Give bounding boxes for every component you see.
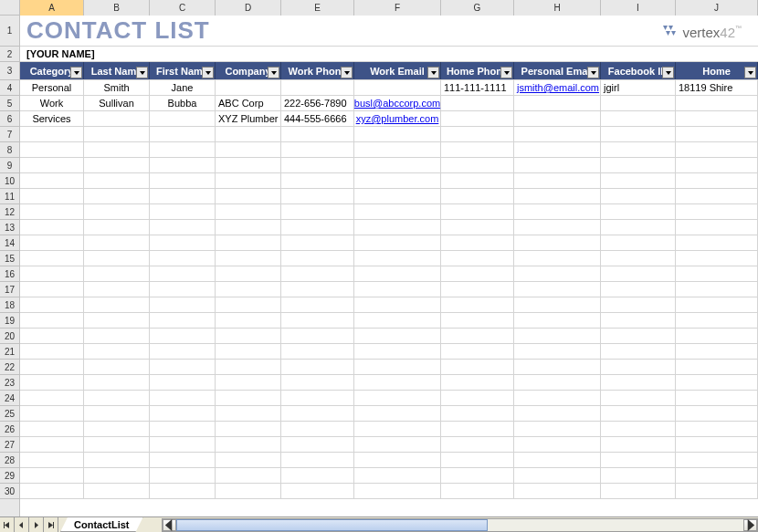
cell-empty[interactable] bbox=[84, 468, 150, 483]
cells-area[interactable]: CONTACT LIST vertex42™ [YOUR NAME] Categ… bbox=[20, 16, 758, 516]
cell-empty[interactable] bbox=[84, 251, 150, 266]
row-number[interactable]: 17 bbox=[0, 282, 19, 297]
cell-empty[interactable] bbox=[20, 235, 84, 250]
cell-empty[interactable] bbox=[20, 437, 84, 452]
cell-empty[interactable] bbox=[20, 127, 84, 141]
cell-personal_email[interactable] bbox=[514, 111, 601, 126]
cell-empty[interactable] bbox=[84, 204, 150, 219]
cell-home_phone[interactable]: 111-111-1111 bbox=[441, 80, 514, 95]
cell-home_phone[interactable] bbox=[441, 111, 514, 126]
cell-work_phone[interactable]: 222-656-7890 bbox=[281, 96, 354, 110]
cell-empty[interactable] bbox=[514, 344, 601, 359]
cell-empty[interactable] bbox=[441, 235, 514, 250]
cell-empty[interactable] bbox=[216, 220, 281, 235]
row-number[interactable]: 14 bbox=[0, 235, 19, 251]
cell-empty[interactable] bbox=[676, 360, 758, 374]
row-number[interactable]: 1 bbox=[0, 16, 19, 47]
cell-empty[interactable] bbox=[84, 484, 150, 498]
cell-company[interactable]: XYZ Plumber bbox=[216, 111, 281, 126]
cell-empty[interactable] bbox=[514, 313, 601, 328]
cell-empty[interactable] bbox=[441, 142, 514, 157]
cell-empty[interactable] bbox=[676, 251, 758, 266]
header-company[interactable]: Company bbox=[216, 62, 281, 79]
cell-empty[interactable] bbox=[20, 375, 84, 390]
cell-empty[interactable] bbox=[514, 391, 601, 405]
cell-empty[interactable] bbox=[601, 235, 676, 250]
cell-empty[interactable] bbox=[676, 406, 758, 421]
cell-empty[interactable] bbox=[601, 220, 676, 235]
cell-empty[interactable] bbox=[601, 282, 676, 297]
cell-empty[interactable] bbox=[514, 142, 601, 157]
cell-empty[interactable] bbox=[84, 344, 150, 359]
cell-empty[interactable] bbox=[281, 189, 354, 203]
cell-empty[interactable] bbox=[441, 360, 514, 374]
cell-empty[interactable] bbox=[514, 235, 601, 250]
cell-empty[interactable] bbox=[20, 220, 84, 235]
cell-empty[interactable] bbox=[216, 468, 281, 483]
cell-empty[interactable] bbox=[20, 158, 84, 172]
row-number[interactable]: 26 bbox=[0, 422, 19, 437]
row-number[interactable]: 18 bbox=[0, 297, 19, 313]
cell-empty[interactable] bbox=[601, 391, 676, 405]
cell-empty[interactable] bbox=[281, 127, 354, 141]
cell-empty[interactable] bbox=[150, 251, 216, 266]
cell-empty[interactable] bbox=[514, 437, 601, 452]
cell-empty[interactable] bbox=[216, 158, 281, 172]
row-number[interactable]: 5 bbox=[0, 96, 19, 111]
cell-empty[interactable] bbox=[84, 375, 150, 390]
cell-empty[interactable] bbox=[441, 282, 514, 297]
filter-dropdown-icon[interactable] bbox=[70, 67, 82, 78]
cell-last_name[interactable] bbox=[84, 111, 150, 126]
cell-facebook_id[interactable] bbox=[601, 111, 676, 126]
row-number[interactable]: 23 bbox=[0, 375, 19, 391]
cell-empty[interactable] bbox=[676, 391, 758, 405]
cell-empty[interactable] bbox=[216, 329, 281, 343]
cell-empty[interactable] bbox=[216, 422, 281, 436]
cell-empty[interactable] bbox=[676, 235, 758, 250]
header-last-name[interactable]: Last Name bbox=[84, 62, 150, 79]
cell-empty[interactable] bbox=[676, 329, 758, 343]
cell-empty[interactable] bbox=[150, 173, 216, 188]
cell-empty[interactable] bbox=[281, 484, 354, 498]
cell-empty[interactable] bbox=[150, 406, 216, 421]
row-number[interactable]: 21 bbox=[0, 344, 19, 360]
cell-empty[interactable] bbox=[601, 158, 676, 172]
cell-empty[interactable] bbox=[676, 437, 758, 452]
cell-empty[interactable] bbox=[354, 453, 441, 467]
row-number[interactable]: 15 bbox=[0, 251, 19, 266]
cell-home[interactable]: 18119 Shire bbox=[676, 80, 758, 95]
cell-empty[interactable] bbox=[514, 375, 601, 390]
cell-empty[interactable] bbox=[514, 329, 601, 343]
cell-personal_email[interactable]: jsmith@email.com bbox=[514, 80, 601, 95]
cell-empty[interactable] bbox=[676, 142, 758, 157]
cell-empty[interactable] bbox=[84, 158, 150, 172]
cell-empty[interactable] bbox=[20, 468, 84, 483]
cell-empty[interactable] bbox=[281, 406, 354, 421]
cell-home[interactable] bbox=[676, 96, 758, 110]
cell-empty[interactable] bbox=[150, 204, 216, 219]
cell-empty[interactable] bbox=[601, 173, 676, 188]
cell-empty[interactable] bbox=[514, 453, 601, 467]
cell-empty[interactable] bbox=[354, 220, 441, 235]
cell-empty[interactable] bbox=[514, 220, 601, 235]
cell-empty[interactable] bbox=[514, 484, 601, 498]
cell-empty[interactable] bbox=[84, 266, 150, 281]
cell-empty[interactable] bbox=[676, 220, 758, 235]
cell-company[interactable]: ABC Corp bbox=[216, 96, 281, 110]
cell-empty[interactable] bbox=[281, 344, 354, 359]
cell-empty[interactable] bbox=[514, 282, 601, 297]
cell-empty[interactable] bbox=[514, 422, 601, 436]
horizontal-scrollbar[interactable] bbox=[162, 518, 759, 532]
cell-empty[interactable] bbox=[601, 142, 676, 157]
email-link[interactable]: jsmith@email.com bbox=[517, 82, 599, 93]
cell-empty[interactable] bbox=[281, 329, 354, 343]
cell-empty[interactable] bbox=[441, 453, 514, 467]
cell-empty[interactable] bbox=[281, 375, 354, 390]
cell-empty[interactable] bbox=[216, 437, 281, 452]
cell-empty[interactable] bbox=[514, 468, 601, 483]
cell-empty[interactable] bbox=[20, 266, 84, 281]
cell-empty[interactable] bbox=[20, 282, 84, 297]
cell-empty[interactable] bbox=[216, 391, 281, 405]
cell-empty[interactable] bbox=[354, 266, 441, 281]
cell-empty[interactable] bbox=[281, 453, 354, 467]
